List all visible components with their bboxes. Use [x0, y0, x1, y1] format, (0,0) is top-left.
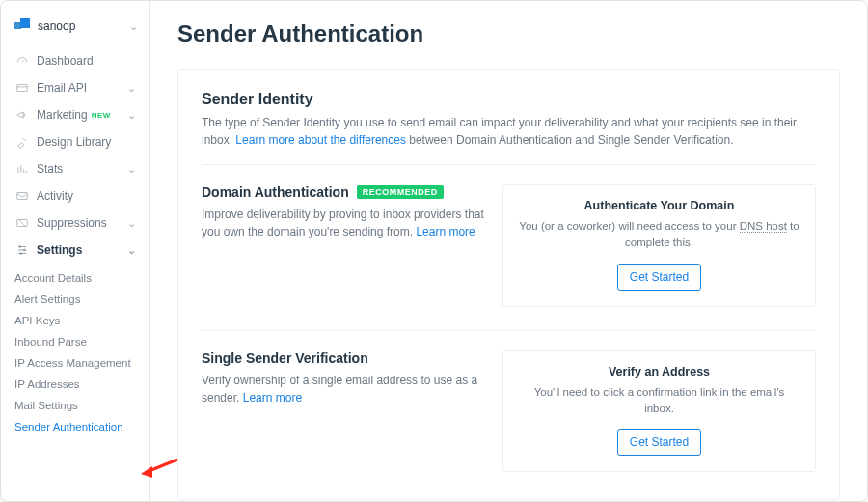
pencil-ruler-icon [14, 135, 30, 149]
brand-logo-icon [14, 18, 30, 34]
app-frame: sanoop ⌄ Dashboard Email API ⌄ Marketing… [0, 0, 868, 502]
verify-address-desc: You'll need to click a confirmation link… [519, 384, 800, 418]
chevron-down-icon: ⌄ [129, 20, 138, 33]
sidebar-item-dashboard[interactable]: Dashboard [7, 47, 144, 74]
sender-identity-description: The type of Sender Identity you use to s… [202, 114, 816, 165]
user-name: sanoop [38, 19, 75, 33]
single-sender-description: Verify ownership of a single email addre… [202, 372, 485, 406]
domain-auth-description: Improve deliverability by proving to inb… [202, 206, 485, 240]
nav-label: Email API [37, 81, 87, 95]
bar-chart-icon [14, 162, 30, 176]
subnav-ip-addresses[interactable]: IP Addresses [9, 374, 149, 395]
nav-label: Settings [37, 243, 82, 257]
blocked-envelope-icon [14, 216, 30, 230]
sidebar-item-email-api[interactable]: Email API ⌄ [7, 74, 144, 101]
sidebar-item-activity[interactable]: Activity [7, 182, 144, 209]
authenticate-domain-desc: You (or a coworker) will need access to … [519, 218, 800, 252]
user-menu[interactable]: sanoop ⌄ [1, 9, 149, 47]
verify-address-title: Verify an Address [519, 365, 800, 378]
nav-label: Stats [37, 162, 63, 176]
chevron-down-icon: ⌄ [127, 217, 136, 230]
sender-identity-heading: Sender Identity [202, 91, 816, 108]
sliders-icon [14, 243, 30, 257]
authenticate-domain-title: Authenticate Your Domain [519, 199, 800, 212]
sidebar-item-settings[interactable]: Settings ⌄ [7, 237, 144, 264]
text: You (or a coworker) will need access to … [519, 220, 739, 232]
text: between Domain Authentication and Single… [406, 133, 734, 147]
single-sender-info: Single Sender Verification Verify owners… [202, 350, 485, 473]
subnav-account-details[interactable]: Account Details [9, 267, 149, 289]
sidebar-item-stats[interactable]: Stats ⌄ [7, 155, 144, 182]
sidebar-item-suppressions[interactable]: Suppressions ⌄ [7, 209, 144, 237]
sender-identity-card: Sender Identity The type of Sender Ident… [177, 69, 840, 500]
authenticate-domain-get-started-button[interactable]: Get Started [617, 264, 701, 291]
nav-label: Suppressions [37, 216, 107, 230]
dns-host-term: DNS host [740, 220, 787, 233]
envelope-icon [14, 189, 30, 203]
subnav-sender-authentication[interactable]: Sender Authentication [9, 416, 149, 437]
main-content: Sender Authentication Sender Identity Th… [150, 1, 867, 501]
learn-more-differences-link[interactable]: Learn more about the differences [235, 133, 406, 147]
subnav-mail-settings[interactable]: Mail Settings [9, 395, 149, 416]
new-badge: NEW [92, 111, 111, 120]
subnav-api-keys[interactable]: API Keys [9, 310, 149, 331]
card-icon [14, 81, 30, 95]
sidebar: sanoop ⌄ Dashboard Email API ⌄ Marketing… [1, 1, 150, 501]
recommended-badge: RECOMMENDED [357, 185, 444, 199]
nav-label: Dashboard [37, 54, 94, 68]
single-sender-title: Single Sender Verification [202, 350, 368, 366]
domain-auth-title: Domain Authentication [202, 184, 349, 200]
sidebar-item-marketing[interactable]: Marketing NEW ⌄ [7, 101, 144, 128]
chevron-down-icon: ⌄ [127, 82, 136, 95]
sidebar-item-design-library[interactable]: Design Library [7, 128, 144, 155]
domain-authentication-row: Domain Authentication RECOMMENDED Improv… [202, 165, 816, 307]
svg-rect-0 [17, 85, 28, 92]
nav-label: Design Library [37, 135, 111, 149]
chevron-down-icon: ⌄ [127, 163, 136, 176]
gauge-icon [14, 54, 30, 68]
nav-label: Marketing [37, 108, 88, 122]
chevron-down-icon: ⌄ [127, 244, 136, 257]
verify-address-get-started-button[interactable]: Get Started [617, 429, 701, 456]
settings-subnav: Account Details Alert Settings API Keys … [1, 264, 149, 437]
megaphone-icon [14, 108, 30, 122]
authenticate-domain-panel: Authenticate Your Domain You (or a cowor… [502, 184, 816, 307]
nav-label: Activity [37, 189, 73, 203]
domain-auth-learn-more-link[interactable]: Learn more [416, 225, 475, 238]
chevron-down-icon: ⌄ [127, 109, 136, 122]
subnav-ip-access-management[interactable]: IP Access Management [9, 352, 149, 374]
primary-nav: Dashboard Email API ⌄ Marketing NEW ⌄ De… [1, 47, 149, 264]
single-sender-row: Single Sender Verification Verify owners… [202, 330, 816, 473]
verify-address-panel: Verify an Address You'll need to click a… [502, 350, 816, 473]
subnav-inbound-parse[interactable]: Inbound Parse [9, 331, 149, 352]
svg-rect-1 [17, 193, 28, 200]
subnav-alert-settings[interactable]: Alert Settings [9, 289, 149, 310]
page-title: Sender Authentication [177, 20, 840, 47]
single-sender-learn-more-link[interactable]: Learn more [243, 391, 302, 404]
domain-auth-info: Domain Authentication RECOMMENDED Improv… [202, 184, 485, 307]
